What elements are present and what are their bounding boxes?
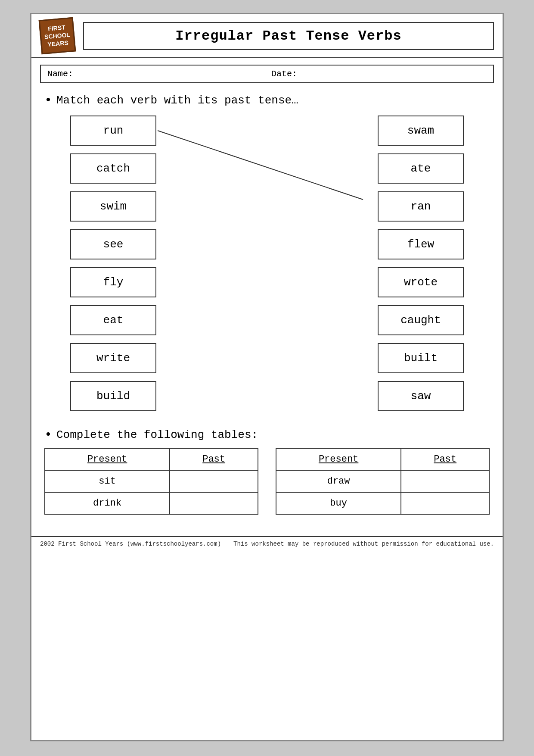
footer-right: This worksheet may be reproduced without… (233, 540, 494, 547)
content: • Match each verb with its past tense… r… (31, 90, 503, 523)
header: FIRST SCHOOL YEARS Irregular Past Tense … (31, 14, 503, 58)
tables-section: Present Past sit drink (44, 448, 490, 515)
logo-text: FIRST SCHOOL YEARS (43, 23, 71, 49)
table1-container: Present Past sit drink (44, 448, 258, 515)
table2-row2-past[interactable] (401, 492, 489, 514)
table2-col2-header: Past (401, 448, 489, 470)
page-title: Irregular Past Tense Verbs (175, 28, 401, 44)
matching-section: run catch swim see fly eat write build s… (44, 116, 490, 411)
word-box-catch: catch (70, 153, 156, 184)
logo: FIRST SCHOOL YEARS (39, 17, 76, 55)
table2-col1-header: Present (276, 448, 401, 470)
word-box-eat: eat (70, 305, 156, 335)
name-date-row: Name: Date: (40, 65, 494, 83)
word-box-saw: saw (378, 381, 464, 411)
word-box-caught: caught (378, 305, 464, 335)
table2-row1-present: draw (276, 470, 401, 492)
instruction-2: • Complete the following tables: (44, 428, 490, 441)
table1-row2-past[interactable] (170, 492, 258, 514)
instruction-2-text: Complete the following tables: (56, 428, 258, 441)
table-row: sit (45, 470, 258, 492)
table1-row2-present: drink (45, 492, 170, 514)
word-box-build: build (70, 381, 156, 411)
title-box: Irregular Past Tense Verbs (83, 22, 494, 50)
footer: 2002 First School Years (www.firstschool… (31, 536, 503, 551)
table1-row1-present: sit (45, 470, 170, 492)
word-box-flew: flew (378, 229, 464, 259)
bullet-2: • (44, 428, 52, 441)
table1: Present Past sit drink (44, 448, 258, 515)
table-row: drink (45, 492, 258, 514)
table2-row2-present: buy (276, 492, 401, 514)
word-box-write: write (70, 343, 156, 373)
date-section: Date: (263, 69, 487, 79)
name-section: Name: (47, 69, 263, 79)
word-box-fly: fly (70, 267, 156, 297)
word-box-wrote: wrote (378, 267, 464, 297)
word-box-ate: ate (378, 153, 464, 184)
word-box-ran: ran (378, 191, 464, 222)
table2-row1-past[interactable] (401, 470, 489, 492)
table2-container: Present Past draw buy (276, 448, 490, 515)
word-box-swam: swam (378, 116, 464, 146)
instruction-1-text: Match each verb with its past tense… (56, 94, 298, 107)
table2: Present Past draw buy (276, 448, 490, 515)
right-column: swam ate ran flew wrote caught built saw (378, 116, 464, 411)
page: FIRST SCHOOL YEARS Irregular Past Tense … (30, 13, 504, 741)
table-row: draw (276, 470, 489, 492)
left-column: run catch swim see fly eat write build (70, 116, 156, 411)
table1-row1-past[interactable] (170, 470, 258, 492)
instruction-1: • Match each verb with its past tense… (44, 94, 490, 107)
word-box-swim: swim (70, 191, 156, 222)
bullet-1: • (44, 94, 52, 107)
svg-line-0 (158, 131, 363, 200)
table-row: buy (276, 492, 489, 514)
table1-col2-header: Past (170, 448, 258, 470)
word-box-run: run (70, 116, 156, 146)
word-box-see: see (70, 229, 156, 259)
footer-left: 2002 First School Years (www.firstschool… (40, 540, 221, 547)
word-box-built: built (378, 343, 464, 373)
table1-col1-header: Present (45, 448, 170, 470)
